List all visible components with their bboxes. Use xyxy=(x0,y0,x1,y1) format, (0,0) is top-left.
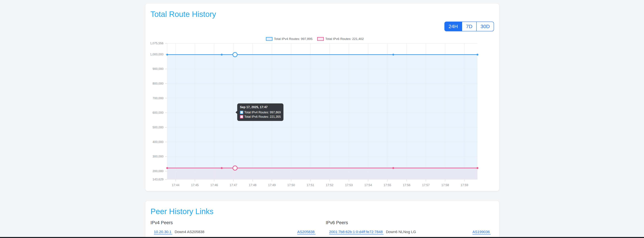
data-point[interactable] xyxy=(221,54,223,56)
svg-text:17:50: 17:50 xyxy=(287,183,295,187)
hovered-data-point[interactable] xyxy=(233,52,237,57)
data-point[interactable] xyxy=(221,167,223,169)
data-point[interactable] xyxy=(477,54,478,56)
legend-item-ipv6[interactable]: Total IPv6 Routes: 221,402 xyxy=(317,37,364,41)
ipv4-peer-as-link[interactable]: AS205838 xyxy=(297,230,316,235)
route-history-title: Total Route History xyxy=(150,9,494,19)
svg-text:1,075,556: 1,075,556 xyxy=(150,42,164,45)
svg-text:17:54: 17:54 xyxy=(364,183,372,187)
ipv6-peer-as-link[interactable]: AS199036 xyxy=(472,230,491,235)
tooltip-row-ipv4: Total IPv4 Routes: 997,869 xyxy=(240,110,281,115)
ipv4-legend-label: Total IPv4 Routes: 997,895 xyxy=(274,37,312,41)
data-point[interactable] xyxy=(392,54,394,56)
ipv6-peer-row: 2001:7b8:62b:1:0:d4ff:fe72:7848 Down6 NL… xyxy=(326,230,494,235)
svg-text:17:48: 17:48 xyxy=(249,183,256,187)
chart-area-fills xyxy=(167,55,478,179)
range-button-24h[interactable]: 24H xyxy=(444,21,462,31)
range-button-7d[interactable]: 7D xyxy=(462,21,477,31)
tooltip-ipv4-value: Total IPv4 Routes: 997,869 xyxy=(244,110,281,115)
bottom-edge-bar xyxy=(0,237,644,238)
svg-text:17:52: 17:52 xyxy=(326,183,334,187)
time-range-button-group: 24H 7D 30D xyxy=(444,21,494,31)
svg-text:17:46: 17:46 xyxy=(210,183,218,187)
ipv4-peer-row: 10.20.30.1 Down4 AS205838 AS205838 xyxy=(150,230,319,235)
svg-text:17:49: 17:49 xyxy=(268,183,276,187)
data-point[interactable] xyxy=(166,54,168,56)
time-range-selector: 24H 7D 30D xyxy=(150,21,494,31)
svg-text:17:59: 17:59 xyxy=(460,183,468,187)
tooltip-ipv6-swatch-icon xyxy=(240,115,243,119)
svg-text:200,000: 200,000 xyxy=(152,169,164,173)
route-history-chart[interactable]: Total IPv4 Routes: 997,895 Total IPv6 Ro… xyxy=(150,35,479,188)
ipv6-peer-description: Down6 NLNog LG xyxy=(386,230,416,234)
tooltip-title: Sep 17, 2025, 17:47 xyxy=(240,106,281,109)
svg-text:600,000: 600,000 xyxy=(152,111,164,114)
hovered-data-point[interactable] xyxy=(233,166,237,170)
data-point[interactable] xyxy=(166,167,168,169)
ipv4-peer-address-link[interactable]: 10.20.30.1 xyxy=(154,230,172,235)
ipv4-peer-description: Down4 AS205838 xyxy=(174,230,204,234)
legend-item-ipv4[interactable]: Total IPv4 Routes: 997,895 xyxy=(266,37,312,41)
ipv6-legend-swatch-icon xyxy=(317,37,324,41)
peer-history-links-card: Peer History Links IPv4 Peers 10.20.30.1… xyxy=(146,201,499,238)
range-button-30d[interactable]: 30D xyxy=(476,21,494,31)
tooltip-ipv4-swatch-icon xyxy=(240,111,243,114)
tooltip-ipv6-value: Total IPv6 Routes: 221,355 xyxy=(244,115,281,119)
svg-text:17:55: 17:55 xyxy=(384,183,391,187)
ipv6-peers-column: IPv6 Peers 2001:7b8:62b:1:0:d4ff:fe72:78… xyxy=(326,220,494,235)
peer-columns: IPv4 Peers 10.20.30.1 Down4 AS205838 AS2… xyxy=(150,220,494,235)
chart-tooltip: Sep 17, 2025, 17:47 Total IPv4 Routes: 9… xyxy=(237,104,284,121)
svg-text:500,000: 500,000 xyxy=(152,126,164,129)
ipv6-peer-address-link[interactable]: 2001:7b8:62b:1:0:d4ff:fe72:7848 xyxy=(329,230,384,235)
tooltip-row-ipv6: Total IPv6 Routes: 221,355 xyxy=(240,115,281,119)
main-content: Total Route History 24H 7D 30D Total IPv… xyxy=(146,4,499,238)
svg-text:17:53: 17:53 xyxy=(345,183,352,187)
route-history-card: Total Route History 24H 7D 30D Total IPv… xyxy=(146,4,499,191)
svg-text:800,000: 800,000 xyxy=(152,82,164,85)
svg-text:17:47: 17:47 xyxy=(230,183,237,187)
chart-legend: Total IPv4 Routes: 997,895 Total IPv6 Ro… xyxy=(150,37,479,41)
svg-text:900,000: 900,000 xyxy=(152,67,164,71)
svg-text:300,000: 300,000 xyxy=(152,155,164,158)
svg-text:1,000,000: 1,000,000 xyxy=(150,53,164,56)
ipv4-peers-column: IPv4 Peers 10.20.30.1 Down4 AS205838 AS2… xyxy=(150,220,319,235)
svg-text:700,000: 700,000 xyxy=(152,97,164,100)
ipv6-peers-header: IPv6 Peers xyxy=(326,220,494,225)
data-point[interactable] xyxy=(477,167,478,169)
svg-text:17:51: 17:51 xyxy=(306,183,314,187)
svg-text:17:57: 17:57 xyxy=(422,183,430,187)
data-point[interactable] xyxy=(392,167,394,169)
ipv6-legend-label: Total IPv6 Routes: 221,402 xyxy=(325,37,364,41)
x-axis-labels: 17:4417:4517:4617:4717:4817:4917:5017:51… xyxy=(172,183,468,187)
svg-text:400,000: 400,000 xyxy=(152,140,164,144)
ipv4-legend-swatch-icon xyxy=(266,37,272,41)
svg-text:17:44: 17:44 xyxy=(172,183,179,187)
svg-text:17:56: 17:56 xyxy=(403,183,410,187)
chart-canvas[interactable]: 17:4417:4517:4617:4717:4817:4917:5017:51… xyxy=(150,35,479,188)
ipv4-peers-header: IPv4 Peers xyxy=(150,220,319,225)
svg-text:17:58: 17:58 xyxy=(441,183,449,187)
svg-text:17:45: 17:45 xyxy=(191,183,199,187)
y-axis-labels: 1,075,5561,000,000900,000800,000700,0006… xyxy=(150,42,164,181)
peer-history-links-title: Peer History Links xyxy=(150,207,494,216)
svg-text:143,629: 143,629 xyxy=(152,178,164,181)
